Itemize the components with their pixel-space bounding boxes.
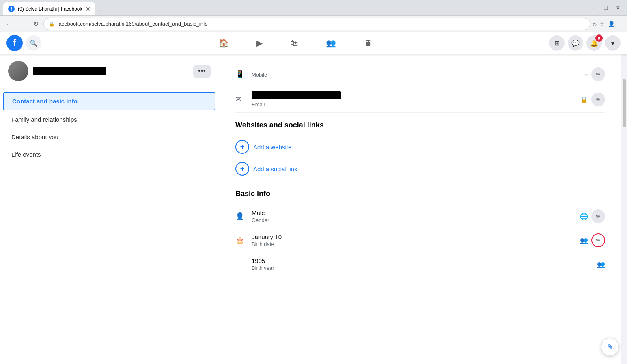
fb-logo[interactable]: f bbox=[6, 35, 23, 51]
profile-header: ••• bbox=[0, 54, 219, 88]
gender-label: Gender bbox=[252, 217, 580, 223]
search-container: 🔍 bbox=[26, 35, 41, 51]
add-website-icon: + bbox=[235, 140, 249, 154]
birth-date-label: Birth date bbox=[252, 241, 580, 247]
reload-button[interactable]: ↻ bbox=[31, 18, 41, 29]
gender-actions: 🌐 ✏ bbox=[580, 209, 605, 223]
gender-row: 👤 Male Gender 🌐 ✏ bbox=[235, 205, 605, 228]
search-icon: 🔍 bbox=[30, 39, 38, 47]
birth-date-edit-icon: ✏ bbox=[596, 237, 601, 243]
account-button[interactable]: ▾ bbox=[605, 35, 621, 51]
add-website-label: Add a website bbox=[253, 144, 291, 151]
home-icon: 🏠 bbox=[219, 39, 229, 47]
sidebar-item-life[interactable]: Life events bbox=[3, 146, 215, 163]
fb-header-right: ⊞ 💬 🔔 9 ▾ bbox=[549, 35, 621, 51]
gaming-nav-button[interactable]: 🖥 bbox=[351, 35, 385, 51]
email-edit-button[interactable]: ✏ bbox=[591, 93, 605, 106]
gender-icon: 👤 bbox=[235, 212, 252, 221]
window-controls: ─ □ ✕ bbox=[589, 3, 624, 13]
scrollbar-thumb bbox=[623, 79, 626, 127]
grid-icon: ⊞ bbox=[554, 39, 560, 47]
messenger-icon: 💬 bbox=[571, 39, 580, 47]
profile-name-bar bbox=[33, 67, 106, 75]
basic-info-section: Basic info 👤 Male Gender 🌐 ✏ 🎂 bbox=[235, 190, 605, 276]
birth-year-row: 1995 Birth year 👥 bbox=[235, 252, 605, 276]
sidebar-item-family[interactable]: Family and relationships bbox=[3, 111, 215, 128]
maximize-button[interactable]: □ bbox=[601, 3, 611, 13]
video-nav-button[interactable]: ▶ bbox=[243, 35, 276, 51]
mobile-edit-button[interactable]: ✏ bbox=[591, 67, 605, 81]
fb-header: f 🔍 🏠 ▶ 🛍 👥 🖥 ⊞ 💬 🔔 9 bbox=[0, 32, 627, 54]
share-button[interactable]: ⎋ bbox=[593, 21, 596, 27]
fab-button[interactable]: ✎ bbox=[601, 338, 619, 356]
birth-year-content: 1995 Birth year bbox=[252, 257, 597, 271]
profile-button[interactable]: 👤 bbox=[608, 21, 615, 27]
bookmark-button[interactable]: ☆ bbox=[599, 21, 605, 27]
details-label: Details about you bbox=[11, 134, 58, 140]
gender-content: Male Gender bbox=[252, 209, 580, 223]
back-button[interactable]: ← bbox=[3, 19, 15, 29]
mobile-privacy-icon: ≡ bbox=[584, 71, 588, 78]
cake-icon: 🎂 bbox=[235, 236, 252, 245]
email-icon: ✉ bbox=[235, 95, 252, 104]
family-label: Family and relationships bbox=[11, 116, 77, 123]
birth-date-value: January 10 bbox=[252, 233, 580, 240]
contact-info-label: Contact and basic info bbox=[12, 98, 78, 105]
notifications-button[interactable]: 🔔 9 bbox=[586, 35, 602, 51]
life-events-label: Life events bbox=[11, 151, 41, 158]
birth-year-label: Birth year bbox=[252, 265, 597, 271]
new-tab-button[interactable]: + bbox=[97, 7, 101, 15]
gender-edit-icon: ✏ bbox=[596, 213, 601, 220]
basic-info-title: Basic info bbox=[235, 190, 605, 198]
search-button[interactable]: 🔍 bbox=[26, 35, 41, 51]
email-actions: 🔒 ✏ bbox=[580, 93, 605, 106]
minimize-button[interactable]: ─ bbox=[589, 3, 599, 13]
add-social-label: Add a social link bbox=[253, 166, 297, 172]
add-website-row[interactable]: + Add a website bbox=[235, 136, 605, 158]
gender-value: Male bbox=[252, 209, 580, 216]
notification-badge-1: 9 bbox=[595, 34, 603, 42]
marketplace-nav-button[interactable]: 🛍 bbox=[277, 35, 311, 51]
websites-title: Websites and social links bbox=[235, 121, 605, 129]
websites-section: Websites and social links + Add a websit… bbox=[235, 121, 605, 180]
marketplace-icon: 🛍 bbox=[290, 39, 298, 47]
groups-icon: 👥 bbox=[326, 39, 336, 47]
groups-nav-button[interactable]: 👥 bbox=[313, 35, 349, 51]
sidebar-item-details[interactable]: Details about you bbox=[3, 129, 215, 145]
gender-edit-button[interactable]: ✏ bbox=[591, 209, 605, 223]
fb-nav: 🏠 ▶ 🛍 👥 🖥 bbox=[41, 35, 549, 51]
grid-button[interactable]: ⊞ bbox=[549, 35, 565, 51]
mobile-icon: 📱 bbox=[235, 70, 252, 79]
menu-button[interactable]: ⋮ bbox=[618, 21, 624, 27]
address-bar[interactable]: 🔒 facebook.com/selva.bharathi.169/about_… bbox=[43, 18, 590, 30]
birth-year-privacy-icon: 👥 bbox=[597, 261, 605, 268]
left-sidebar: ••• Contact and basic info Family and re… bbox=[0, 54, 219, 364]
mobile-label: Mobile bbox=[252, 72, 584, 78]
tab-favicon: f bbox=[8, 6, 15, 12]
edit-icon: ✏ bbox=[596, 71, 601, 78]
forward-button[interactable]: → bbox=[17, 19, 28, 29]
add-social-icon: + bbox=[235, 162, 249, 176]
dropdown-icon: ▾ bbox=[611, 39, 614, 47]
sidebar-item-contact[interactable]: Contact and basic info bbox=[3, 92, 215, 110]
browser-tab[interactable]: f (9) Selva Bharathi | Facebook ✕ bbox=[3, 2, 95, 15]
mobile-content: Mobile bbox=[252, 71, 584, 78]
sidebar-nav: Contact and basic info Family and relati… bbox=[0, 88, 219, 167]
gaming-icon: 🖥 bbox=[364, 39, 372, 47]
home-nav-button[interactable]: 🏠 bbox=[206, 35, 242, 51]
messenger-button[interactable]: 💬 bbox=[568, 35, 583, 51]
edit-icon-email: ✏ bbox=[596, 96, 601, 103]
main-content: 📱 Mobile ≡ ✏ ✉ Email 🔒 ✏ bbox=[219, 54, 621, 364]
right-scrollbar[interactable] bbox=[621, 54, 627, 364]
email-row: ✉ Email 🔒 ✏ bbox=[235, 86, 605, 113]
url-text: facebook.com/selva.bharathi.169/about_co… bbox=[57, 21, 585, 27]
add-social-row[interactable]: + Add a social link bbox=[235, 158, 605, 180]
gender-privacy-icon: 🌐 bbox=[580, 213, 588, 220]
email-content: Email bbox=[252, 91, 580, 108]
birth-date-edit-button[interactable]: ✏ bbox=[591, 233, 605, 247]
more-options-button[interactable]: ••• bbox=[193, 65, 211, 78]
birth-date-actions: 👥 ✏ bbox=[580, 233, 605, 247]
tab-close-button[interactable]: ✕ bbox=[86, 6, 90, 12]
close-button[interactable]: ✕ bbox=[612, 3, 624, 13]
email-label: Email bbox=[252, 101, 580, 108]
